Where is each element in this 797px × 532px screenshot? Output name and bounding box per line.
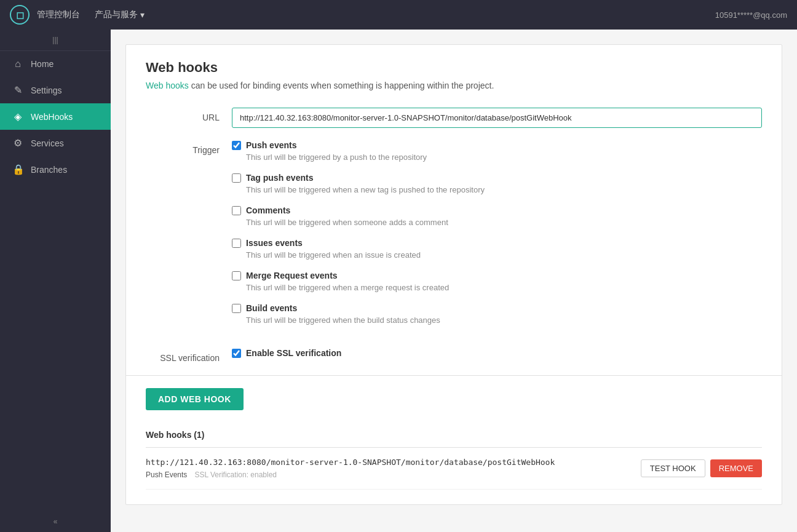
webhook-row: http://121.40.32.163:8080/monitor-server… (146, 448, 762, 490)
sidebar-item-home[interactable]: ⌂ Home (0, 51, 111, 77)
divider (126, 375, 782, 376)
trigger-item-push-events: Push events This url will be triggered b… (232, 140, 762, 162)
trigger-label-push-events[interactable]: Push events (232, 140, 762, 150)
ssl-enable-label[interactable]: Enable SSL verification (232, 348, 341, 358)
trigger-desc-push-events: This url will be triggered by a push to … (246, 153, 762, 162)
sidebar-item-webhooks[interactable]: ◈ WebHooks (0, 103, 111, 130)
user-email: 10591*****@qq.com (715, 10, 787, 20)
trigger-text-merge: Merge Request events (246, 271, 338, 280)
test-hook-button[interactable]: TEST HOOK (641, 459, 705, 477)
page-description: Web hooks can be used for binding events… (146, 81, 762, 90)
app-title: 管理控制台 (37, 9, 80, 20)
trigger-item-tag-push: Tag push events This url will be trigger… (232, 173, 762, 194)
trigger-text-push-events: Push events (246, 140, 296, 150)
collapse-icon: ||| (52, 36, 58, 44)
trigger-label: Trigger (146, 140, 220, 155)
expand-icon: « (54, 517, 58, 526)
home-icon: ⌂ (12, 58, 23, 69)
webhook-meta: Push Events SSL Verification: enabled (146, 470, 641, 479)
ssl-enable-text: Enable SSL verification (246, 348, 341, 358)
products-menu[interactable]: 产品与服务 ▾ (95, 9, 145, 20)
trigger-desc-comments: This url will be triggered when someone … (246, 218, 762, 227)
trigger-item-build: Build events This url will be triggered … (232, 303, 762, 325)
logo-icon: ◻ (10, 5, 30, 25)
settings-icon: ✎ (12, 84, 23, 96)
webhooks-card: Web hooks Web hooks can be used for bind… (125, 44, 782, 505)
ssl-section: Enable SSL verification (232, 348, 341, 358)
sidebar-item-services[interactable]: ⚙ Services (0, 130, 111, 156)
webhook-url: http://121.40.32.163:8080/monitor-server… (146, 458, 641, 467)
webhooks-icon: ◈ (12, 111, 23, 122)
webhook-event-tag: Push Events (146, 470, 187, 479)
sidebar-item-label: Branches (31, 165, 67, 175)
webhook-actions: TEST HOOK REMOVE (641, 459, 762, 477)
sidebar: ||| ⌂ Home ✎ Settings ◈ WebHooks ⚙ Servi… (0, 30, 111, 532)
gear-icon: ⚙ (12, 137, 23, 149)
trigger-text-comments: Comments (246, 205, 290, 215)
trigger-label-issues[interactable]: Issues events (232, 238, 762, 248)
url-label: URL (146, 108, 220, 122)
topbar: ◻ 管理控制台 产品与服务 ▾ 10591*****@qq.com (0, 0, 797, 30)
webhook-info: http://121.40.32.163:8080/monitor-server… (146, 458, 641, 479)
trigger-item-merge: Merge Request events This url will be tr… (232, 271, 762, 292)
sidebar-item-label: Services (31, 138, 64, 148)
trigger-text-tag-push: Tag push events (246, 173, 313, 183)
trigger-desc-tag-push: This url will be triggered when a new ta… (246, 185, 762, 194)
sidebar-item-settings[interactable]: ✎ Settings (0, 77, 111, 103)
sidebar-collapse-button[interactable]: ||| (0, 30, 111, 51)
webhooks-list-header: Web hooks (1) (146, 423, 762, 448)
add-webhook-button[interactable]: ADD WEB HOOK (146, 388, 244, 410)
trigger-label-comments[interactable]: Comments (232, 205, 762, 215)
trigger-checkbox-merge[interactable] (232, 271, 241, 280)
trigger-row: Trigger Push events This url will be tri… (146, 140, 762, 336)
page-desc-link[interactable]: Web hooks (146, 81, 189, 90)
sidebar-expand-button[interactable]: « (0, 511, 111, 532)
trigger-checkbox-comments[interactable] (232, 206, 241, 215)
trigger-checkbox-issues[interactable] (232, 239, 241, 248)
lock-icon: 🔒 (12, 164, 23, 175)
webhooks-list: Web hooks (1) http://121.40.32.163:8080/… (146, 423, 762, 490)
add-button-container: ADD WEB HOOK (146, 388, 762, 410)
trigger-checkbox-build[interactable] (232, 304, 241, 313)
url-input[interactable] (232, 108, 762, 128)
ssl-checkbox[interactable] (232, 349, 241, 358)
sidebar-item-branches[interactable]: 🔒 Branches (0, 156, 111, 183)
ssl-row: SSL verification Enable SSL verification (146, 348, 762, 363)
trigger-item-comments: Comments This url will be triggered when… (232, 205, 762, 227)
trigger-desc-merge: This url will be triggered when a merge … (246, 283, 762, 292)
ssl-label: SSL verification (146, 348, 220, 363)
page-title: Web hooks (146, 60, 762, 76)
sidebar-item-label: Settings (31, 85, 62, 95)
webhook-ssl-tag: SSL Verification: enabled (194, 470, 277, 479)
trigger-label-build[interactable]: Build events (232, 303, 762, 313)
trigger-label-tag-push[interactable]: Tag push events (232, 173, 762, 183)
trigger-desc-build: This url will be triggered when the buil… (246, 316, 762, 325)
trigger-label-merge[interactable]: Merge Request events (232, 271, 762, 280)
page-desc-text: can be used for binding events when some… (189, 81, 494, 90)
sidebar-item-label: WebHooks (31, 112, 73, 122)
trigger-item-issues: Issues events This url will be triggered… (232, 238, 762, 260)
trigger-checkbox-push-events[interactable] (232, 141, 241, 150)
trigger-checkbox-tag-push[interactable] (232, 173, 241, 183)
sidebar-item-label: Home (31, 59, 54, 69)
trigger-text-issues: Issues events (246, 238, 303, 248)
trigger-text-build: Build events (246, 303, 297, 313)
products-menu-label: 产品与服务 (95, 9, 138, 20)
remove-hook-button[interactable]: REMOVE (710, 459, 762, 477)
trigger-desc-issues: This url will be triggered when an issue… (246, 250, 762, 260)
url-row: URL (146, 108, 762, 128)
main-content: Web hooks Web hooks can be used for bind… (111, 30, 797, 532)
trigger-section: Push events This url will be triggered b… (232, 140, 762, 336)
chevron-down-icon: ▾ (140, 10, 145, 20)
